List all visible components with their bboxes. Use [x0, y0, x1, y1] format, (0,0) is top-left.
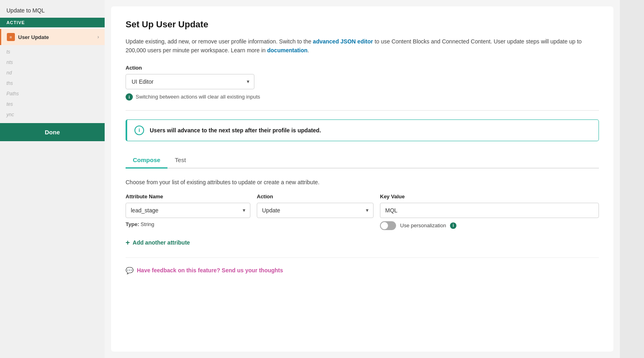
- main-card: Set Up User Update Update existing, add …: [111, 6, 613, 352]
- banner-text: Users will advance to the next step afte…: [150, 127, 321, 134]
- user-update-icon: ≡: [7, 33, 15, 41]
- add-attribute-button[interactable]: + Add another attribute: [126, 239, 190, 246]
- chevron-right-icon: ›: [97, 34, 99, 40]
- banner-info-icon: i: [134, 126, 144, 135]
- sidebar-faded-2: nts: [0, 57, 105, 68]
- action-label: Action: [126, 65, 599, 71]
- add-attribute-label: Add another attribute: [133, 239, 190, 246]
- tab-compose[interactable]: Compose: [126, 152, 167, 169]
- main-content: Set Up User Update Update existing, add …: [105, 0, 620, 358]
- description-text: Update existing, add new, or remove user…: [126, 37, 599, 55]
- col-action: Action: [257, 193, 374, 200]
- page-title: Set Up User Update: [126, 19, 599, 30]
- compose-description: Choose from your list of existing attrib…: [126, 179, 599, 185]
- feedback-row: 💬 Have feedback on this feature? Send us…: [126, 257, 599, 274]
- documentation-link[interactable]: documentation: [267, 47, 308, 53]
- tab-test[interactable]: Test: [167, 152, 193, 169]
- attrs-grid-headers: Attribute Name Action Key Value: [126, 193, 599, 203]
- sidebar-faded-7: ync: [0, 109, 105, 120]
- action-select-row: UI Editor JSON Editor ▾: [126, 74, 599, 89]
- description-before-link1: Update existing, add new, or remove user…: [126, 38, 313, 45]
- type-label-value: String: [140, 221, 154, 227]
- info-banner: i Users will advance to the next step af…: [126, 119, 599, 141]
- attrs-grid-values: lead_stage ▾ Type: String Update Remov: [126, 203, 599, 230]
- hint-text: Switching between actions will clear all…: [136, 94, 260, 100]
- feedback-link[interactable]: Have feedback on this feature? Send us y…: [137, 267, 283, 274]
- action-select-wrapper: UI Editor JSON Editor ▾: [126, 74, 254, 89]
- right-panel: [620, 0, 644, 358]
- personalization-info-icon[interactable]: i: [450, 222, 456, 229]
- action-wrapper: Update Remove ▾: [257, 203, 374, 218]
- done-button[interactable]: Done: [0, 123, 105, 141]
- advanced-json-editor-link[interactable]: advanced JSON editor: [313, 38, 373, 45]
- key-value-wrapper: Use personalization i: [380, 203, 599, 230]
- personalization-toggle[interactable]: [380, 221, 396, 230]
- col-attribute-name: Attribute Name: [126, 193, 250, 200]
- sidebar-title: Update to MQL: [0, 4, 105, 18]
- personalization-label: Use personalization: [400, 222, 446, 228]
- tabs: Compose Test: [126, 152, 599, 169]
- sidebar-faded-1: ts: [0, 47, 105, 57]
- description-after: .: [308, 47, 309, 53]
- attribute-name-select-wrapper: lead_stage ▾: [126, 203, 250, 218]
- sidebar-faded-3: nd: [0, 68, 105, 78]
- attribute-name-select[interactable]: lead_stage: [126, 203, 250, 218]
- feedback-chat-icon: 💬: [126, 267, 134, 274]
- personalization-row: Use personalization i: [380, 221, 599, 230]
- sidebar-faded-5: Paths: [0, 88, 105, 99]
- sidebar: Update to MQL ACTIVE ≡ User Update › ts …: [0, 0, 105, 358]
- type-label: Type: String: [126, 221, 250, 227]
- action-hint: i Switching between actions will clear a…: [126, 93, 599, 101]
- divider-1: [126, 110, 599, 111]
- sidebar-step-user-update[interactable]: ≡ User Update ›: [0, 29, 105, 45]
- sidebar-step-label: User Update: [18, 34, 49, 40]
- hint-info-icon: i: [126, 93, 133, 101]
- active-badge: ACTIVE: [0, 18, 105, 27]
- action-select[interactable]: UI Editor JSON Editor: [126, 74, 254, 89]
- key-value-input[interactable]: [380, 203, 599, 218]
- add-plus-icon: +: [126, 239, 130, 246]
- toggle-knob: [381, 222, 388, 229]
- action-dropdown[interactable]: Update Remove: [257, 203, 374, 218]
- sidebar-faded-4: ths: [0, 78, 105, 88]
- type-label-key: Type:: [126, 221, 139, 227]
- col-key-value: Key Value: [380, 193, 599, 200]
- attribute-name-wrapper: lead_stage ▾ Type: String: [126, 203, 250, 227]
- sidebar-faded-6: tes: [0, 99, 105, 109]
- tab-compose-label: Compose: [133, 156, 160, 163]
- tab-test-label: Test: [175, 156, 186, 163]
- action-dropdown-wrapper: Update Remove ▾: [257, 203, 374, 218]
- compose-section: Choose from your list of existing attrib…: [126, 179, 599, 274]
